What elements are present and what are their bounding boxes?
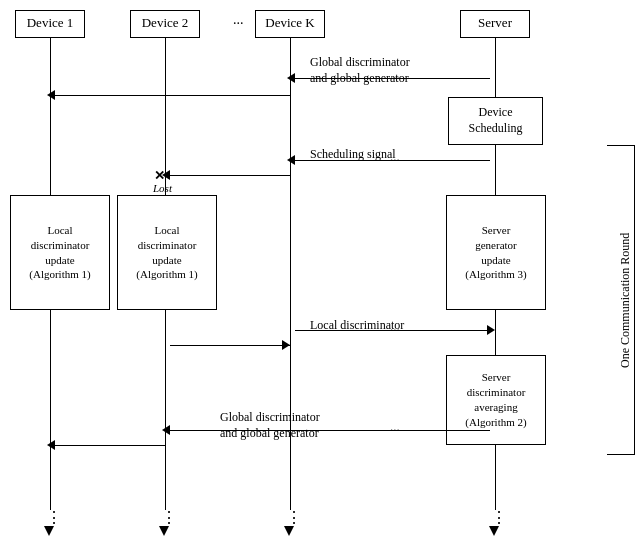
dots-h3: ··· — [390, 322, 400, 338]
one-comm-round-label: One Communication Round — [616, 155, 634, 445]
entity-devicek: Device K — [255, 10, 325, 38]
pb-local-disc-d1: Localdiscriminatorupdate(Algorithm 1) — [10, 195, 110, 310]
arrow-global-d1-head — [47, 440, 55, 450]
arrow-global-disc-gen-head — [287, 73, 295, 83]
dots-h1: ··· — [390, 70, 400, 86]
device-scheduling-box: DeviceScheduling — [448, 97, 543, 145]
pb-local-disc-d2: Localdiscriminatorupdate(Algorithm 1) — [117, 195, 217, 310]
arrow-global-d1-line — [55, 445, 165, 446]
dots-h2: ··· — [390, 152, 400, 168]
down-arrow-d1 — [44, 526, 54, 536]
arrow-global-gen-label: Global discriminatorand global generator — [220, 410, 320, 441]
arrow-global-to-d1-head — [47, 90, 55, 100]
arrow-local-disc-d2-head — [282, 340, 290, 350]
vdots-sv: ⋮ — [491, 510, 507, 526]
entity-device1: Device 1 — [15, 10, 85, 38]
entity-server: Server — [460, 10, 530, 38]
entity-device2: Device 2 — [130, 10, 200, 38]
diagram: Device 1 Device 2 Device K Server ··· Gl… — [0, 0, 640, 543]
arrow-global-gen-line — [170, 430, 490, 431]
vdots-dk: ⋮ — [286, 510, 302, 526]
down-arrow-d2 — [159, 526, 169, 536]
lost-label: Lost — [153, 182, 172, 194]
vdots-d1: ⋮ — [46, 510, 62, 526]
arrow-local-disc-d2-line — [170, 345, 290, 346]
pb-server-gen: Servergeneratorupdate(Algorithm 3) — [446, 195, 546, 310]
dots-h4: ··· — [390, 422, 400, 438]
down-arrow-sv — [489, 526, 499, 536]
entity-ellipsis: ··· — [233, 16, 244, 32]
arrow-local-disc-head — [487, 325, 495, 335]
arrow-sched-d2-line — [170, 175, 290, 176]
pb-server-disc-avg: Serverdiscriminatoraveraging(Algorithm 2… — [446, 355, 546, 445]
arrow-global-gen-head — [162, 425, 170, 435]
arrow-sched-head — [287, 155, 295, 165]
vdots-d2: ⋮ — [161, 510, 177, 526]
arrow-global-to-d1-line — [55, 95, 290, 96]
down-arrow-dk — [284, 526, 294, 536]
